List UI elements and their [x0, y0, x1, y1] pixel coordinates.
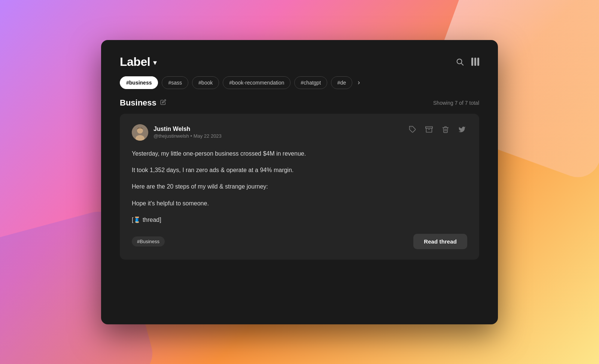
tag-de[interactable]: #de: [331, 76, 352, 89]
tweet-line-1: Yesterday, my little one-person business…: [132, 149, 467, 159]
tweet-author: Justin Welsh @thejustinwelsh • May 22 20…: [132, 124, 222, 141]
tweet-footer: #Business Read thread: [132, 234, 467, 249]
author-handle: @thejustinwelsh: [153, 133, 189, 139]
twitter-action-button[interactable]: [457, 124, 467, 135]
section-title: Business: [120, 98, 156, 108]
tag-book[interactable]: #book: [192, 76, 219, 89]
header-left: Label ▾: [120, 55, 157, 69]
delete-action-button[interactable]: [440, 124, 451, 135]
tweet-line-3: Here are the 20 steps of my wild & stran…: [132, 182, 467, 192]
tweet-body: Yesterday, my little one-person business…: [132, 149, 467, 225]
tag-book-recommendation[interactable]: #book-recommendation: [223, 76, 291, 89]
tags-scroll-right-icon[interactable]: ›: [358, 79, 360, 86]
avatar: [132, 124, 148, 141]
chevron-down-icon[interactable]: ▾: [153, 58, 157, 67]
columns-icon: [471, 58, 479, 66]
search-button[interactable]: [456, 58, 464, 66]
read-thread-button[interactable]: Read thread: [413, 234, 467, 249]
tags-row: #business #sass #book #book-recommendati…: [101, 76, 498, 98]
tag-business[interactable]: #business: [120, 76, 158, 89]
app-window: Label ▾ #business #sass #book #boo: [101, 40, 498, 324]
header-right: [456, 58, 479, 66]
showing-count: Showing 7 of 7 total: [433, 100, 479, 106]
separator: •: [190, 133, 193, 139]
section-title-row: Business: [120, 98, 166, 108]
svg-rect-6: [426, 126, 432, 128]
columns-button[interactable]: [471, 58, 479, 66]
header: Label ▾: [101, 40, 498, 76]
archive-icon: [425, 126, 433, 133]
archive-action-button[interactable]: [424, 124, 434, 135]
tweet-date: May 22 2023: [194, 133, 222, 139]
edit-icon[interactable]: [160, 99, 166, 107]
tweet-line-5: [🧵 thread]: [132, 215, 467, 225]
tweet-header: Justin Welsh @thejustinwelsh • May 22 20…: [132, 124, 467, 141]
trash-icon: [442, 126, 449, 133]
tweet-line-4: Hope it's helpful to someone.: [132, 199, 467, 208]
tweet-line-2: It took 1,352 days, I ran zero ads & ope…: [132, 165, 467, 175]
search-icon: [456, 58, 464, 66]
tweet-card: Justin Welsh @thejustinwelsh • May 22 20…: [120, 114, 479, 260]
svg-line-1: [461, 63, 463, 65]
tweet-tag-badge[interactable]: #Business: [132, 236, 165, 247]
tag-sass[interactable]: #sass: [162, 76, 188, 89]
section-header: Business Showing 7 of 7 total: [101, 98, 498, 114]
twitter-icon: [458, 126, 466, 133]
tag-chatgpt[interactable]: #chatgpt: [294, 76, 327, 89]
tag-icon: [409, 126, 416, 133]
page-title: Label: [120, 55, 150, 69]
author-name: Justin Welsh: [153, 126, 222, 132]
author-meta: @thejustinwelsh • May 22 2023: [153, 133, 222, 139]
tag-action-button[interactable]: [407, 124, 418, 135]
tweet-actions: [407, 124, 467, 135]
author-info: Justin Welsh @thejustinwelsh • May 22 20…: [153, 126, 222, 139]
